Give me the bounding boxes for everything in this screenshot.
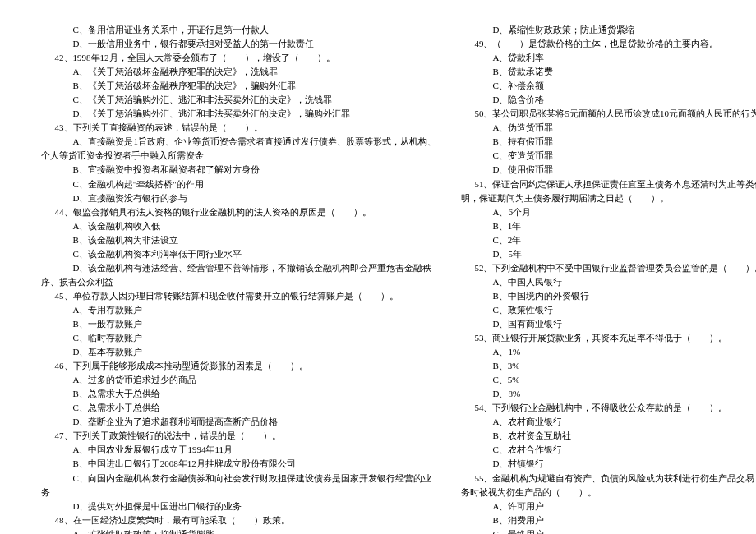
right-line: C、农村合作银行: [461, 443, 756, 457]
left-line: D、《关于惩治骗购外汇、逃汇和非法买卖外汇的决定》，骗购外汇罪: [41, 107, 436, 121]
left-line: D、基本存款账户: [41, 345, 436, 359]
right-line: 52、下列金融机构中不受中国银行业监督管理委员会监管的是（ ）。: [461, 261, 756, 275]
right-line: C、补偿余额: [461, 79, 756, 93]
left-line: C、总需求小于总供给: [41, 401, 436, 415]
right-line: C、2年: [461, 233, 756, 247]
left-line: B、一般存款账户: [41, 317, 436, 331]
left-line: A、《关于惩治破坏金融秩序犯罪的决定》，洗钱罪: [41, 65, 436, 79]
left-line: C、备用信用证业务关系中，开证行是第一付款人: [41, 23, 436, 37]
right-line: C、变造货币罪: [461, 149, 756, 163]
right-line: A、中国人民银行: [461, 275, 756, 289]
right-line: A、1%: [461, 345, 756, 359]
right-line: 50、某公司职员张某将5元面额的人民币涂改成10元面额的人民币的行为属于（ ）。: [461, 107, 756, 121]
left-line: 务: [41, 486, 436, 499]
right-line: D、5年: [461, 247, 756, 261]
two-column-layout: C、备用信用证业务关系中，开证行是第一付款人D、一般信用业务中，银行都要承担对受…: [41, 23, 715, 534]
right-line: A、伪造货币罪: [461, 121, 756, 135]
right-line: 53、商业银行开展贷款业务，其资本充足率不得低于（ ）。: [461, 331, 756, 345]
left-line: A、扩张性财政政策；抑制通货膨胀: [41, 527, 436, 534]
right-line: A、许可用户: [461, 499, 756, 513]
left-line: 47、下列关于政策性银行的说法中，错误的是（ ）。: [41, 429, 436, 443]
right-column: D、紧缩性财政政策；防止通货紧缩49、（ ）是贷款价格的主体，也是贷款价格的主要…: [461, 23, 756, 534]
left-line: 48、在一国经济过度繁荣时，最有可能采取（ ）政策。: [41, 513, 436, 527]
left-line: 45、单位存款人因办理日常转账结算和现金收付需要开立的银行结算账户是（ ）。: [41, 289, 436, 303]
left-line: B、该金融机构为非法设立: [41, 233, 436, 247]
left-line: A、专用存款账户: [41, 303, 436, 317]
right-line: D、使用假币罪: [461, 163, 756, 177]
left-line: C、该金融机构资本利润率低于同行业水平: [41, 247, 436, 261]
left-line: B、《关于惩治破坏金融秩序犯罪的决定》，骗购外汇罪: [41, 79, 436, 93]
right-line: A、农村商业银行: [461, 415, 756, 429]
right-line: A、贷款利率: [461, 51, 756, 65]
right-line: B、持有假币罪: [461, 135, 756, 149]
left-line: 个人等货币资金投资者手中融入所需资金: [41, 149, 436, 163]
left-line: B、总需求大于总供给: [41, 387, 436, 401]
right-line: B、消费用户: [461, 513, 756, 527]
right-line: B、1年: [461, 219, 756, 233]
left-line: 44、银监会撤销具有法人资格的银行业金融机构的法人资格的原因是（ ）。: [41, 205, 436, 219]
left-line: D、一般信用业务中，银行都要承担对受益人的第一付款责任: [41, 37, 436, 51]
left-line: C、金融机构起"牵线搭桥"的作用: [41, 177, 436, 191]
right-line: D、村镇银行: [461, 457, 756, 471]
left-line: 序、损害公众利益: [41, 275, 436, 289]
right-line: D、国有商业银行: [461, 317, 756, 331]
left-line: A、过多的货币追求过少的商品: [41, 373, 436, 387]
right-line: A、6个月: [461, 205, 756, 219]
left-line: 42、1998年12月，全国人大常委会颁布了（ ），增设了（ ）。: [41, 51, 436, 65]
right-line: B、贷款承诺费: [461, 65, 756, 79]
left-line: C、向国内金融机构发行金融债券和向社会发行财政担保建设债券是国家开发银行经营的业: [41, 472, 436, 486]
left-line: D、直接融资没有银行的参与: [41, 191, 436, 205]
right-line: 51、保证合同约定保证人承担保证责任直至主债务本息还清时为止等类似内容的，视为约…: [461, 177, 756, 191]
right-line: D、8%: [461, 387, 756, 401]
right-line: D、隐含价格: [461, 93, 756, 107]
right-line: 54、下列银行业金融机构中，不得吸收公众存款的是（ ）。: [461, 401, 756, 415]
right-line: B、农村资金互助社: [461, 429, 756, 443]
left-line: C、《关于惩治骗购外汇、逃汇和非法买卖外汇的决定》，洗钱罪: [41, 93, 436, 107]
left-line: A、直接融资是1旨政府、企业等货币资金需求者直接通过发行债券、股票等形式，从机构…: [41, 135, 436, 149]
left-line: 43、下列关于直接融资的表述，错误的是（ ）。: [41, 121, 436, 135]
left-line: B、宜接融资中投资者和融资者都了解对方身份: [41, 163, 436, 177]
right-line: 明，保证期间为主债务履行期届满之日起（ ）。: [461, 191, 756, 205]
right-line: 49、（ ）是贷款价格的主体，也是贷款价格的主要内容。: [461, 37, 756, 51]
right-line: D、紧缩性财政政策；防止通货紧缩: [461, 23, 756, 37]
right-line: B、中国境内的外资银行: [461, 289, 756, 303]
right-line: 务时被视为衍生产品的（ ）。: [461, 486, 756, 499]
left-line: A、中国农业发展银行成立于1994年11月: [41, 443, 436, 457]
right-line: B、3%: [461, 359, 756, 373]
right-line: C、5%: [461, 373, 756, 387]
left-line: 46、下列属于能够形成成本推动型通货膨胀的因素是（ ）。: [41, 359, 436, 373]
left-line: D、垄断企业为了追求超额利润而提高垄断产品价格: [41, 415, 436, 429]
left-line: A、该金融机构收入低: [41, 219, 436, 233]
left-line: D、该金融机构有违法经营、经营管理不善等情形，不撤销该金融机构即会严重危害金融秩: [41, 261, 436, 275]
left-line: D、提供对外担保是中国进出口银行的业务: [41, 499, 436, 513]
left-column: C、备用信用证业务关系中，开证行是第一付款人D、一般信用业务中，银行都要承担对受…: [41, 23, 436, 534]
left-line: B、中国进出口银行于2008年12月挂牌成立股份有限公司: [41, 457, 436, 471]
right-line: 55、金融机构为规避自有资产、负债的风险或为获利进行衍生产品交易，金融机构从事此…: [461, 472, 756, 486]
right-line: C、政策性银行: [461, 303, 756, 317]
right-line: C、最终用户: [461, 527, 756, 534]
left-line: C、临时存款账户: [41, 331, 436, 345]
